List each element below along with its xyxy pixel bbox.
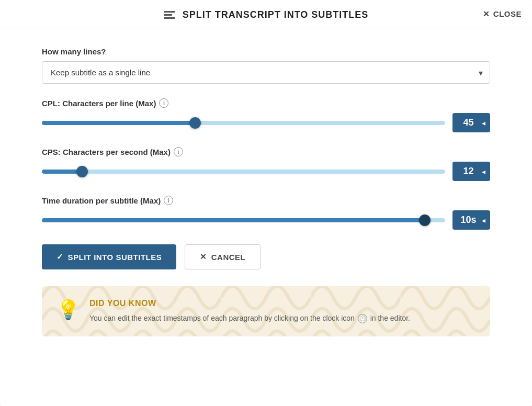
time-value-badge: 10s ◂ (452, 210, 490, 230)
time-slider-container (42, 213, 445, 228)
modal-body: How many lines? Keep subtitle as a singl… (0, 28, 532, 357)
close-button[interactable]: ✕ CLOSE (483, 9, 522, 19)
bulb-icon: 💡 (56, 299, 80, 321)
cpl-value: 45 (458, 117, 479, 128)
how-many-lines-group: How many lines? Keep subtitle as a singl… (42, 47, 490, 84)
split-button-label: SPLIT INTO SUBTITLES (68, 253, 162, 262)
modal-container: SPLIT TRANSCRIPT INTO SUBTITLES ✕ CLOSE … (0, 0, 532, 406)
lines-icon (164, 11, 175, 19)
cps-group: CPS: Characters per second (Max) i 12 ◂ (42, 147, 490, 181)
cpl-info-icon[interactable]: i (159, 98, 168, 108)
action-buttons: ✓ SPLIT INTO SUBTITLES ✕ CANCEL (42, 244, 490, 269)
cancel-button-label: CANCEL (211, 253, 246, 262)
did-you-know-text: You can edit the exact timestamps of eac… (89, 312, 410, 324)
lines-select[interactable]: Keep subtitle as a single line Split int… (42, 61, 490, 84)
split-into-subtitles-button[interactable]: ✓ SPLIT INTO SUBTITLES (42, 244, 176, 269)
cps-value: 12 (458, 166, 479, 177)
cps-value-badge: 12 ◂ (452, 162, 490, 181)
cps-label: CPS: Characters per second (Max) i (42, 147, 490, 156)
close-x-icon: ✕ (483, 9, 490, 19)
cps-slider-row: 12 ◂ (42, 162, 490, 181)
cpl-label: CPL: Characters per line (Max) i (42, 98, 490, 108)
cps-decrement-btn[interactable]: ◂ (480, 168, 487, 175)
how-many-lines-label: How many lines? (42, 47, 490, 56)
checkmark-icon: ✓ (56, 252, 64, 262)
close-label: CLOSE (493, 9, 522, 18)
did-you-know-content: DID YOU KNOW You can edit the exact time… (89, 299, 410, 324)
time-slider-row: 10s ◂ (42, 210, 490, 230)
cps-slider-container (42, 164, 445, 179)
modal-title: SPLIT TRANSCRIPT INTO SUBTITLES (183, 9, 369, 20)
time-value: 10s (458, 215, 479, 225)
cps-info-icon[interactable]: i (174, 147, 183, 156)
time-info-icon[interactable]: i (164, 196, 173, 205)
cpl-group: CPL: Characters per line (Max) i 45 ◂ (42, 98, 490, 132)
time-duration-group: Time duration per subtitle (Max) i 10s ◂ (42, 196, 490, 230)
time-decrement-btn[interactable]: ◂ (480, 217, 487, 224)
cpl-decrement-btn[interactable]: ◂ (480, 119, 487, 127)
did-you-know-banner: 💡 DID YOU KNOW You can edit the exact ti… (42, 286, 490, 336)
cpl-slider-row: 45 ◂ (42, 113, 490, 132)
cpl-value-badge: 45 ◂ (452, 113, 490, 132)
time-duration-label: Time duration per subtitle (Max) i (42, 196, 490, 205)
cpl-slider-container (42, 116, 445, 130)
clock-icon: 🕐 (358, 314, 367, 323)
lines-select-wrapper: Keep subtitle as a single line Split int… (42, 61, 490, 84)
did-you-know-title: DID YOU KNOW (89, 299, 410, 308)
cancel-x-icon: ✕ (200, 252, 207, 262)
did-you-know-text-before: You can edit the exact timestamps of eac… (89, 314, 355, 322)
modal-header: SPLIT TRANSCRIPT INTO SUBTITLES ✕ CLOSE (0, 0, 532, 28)
modal-title-area: SPLIT TRANSCRIPT INTO SUBTITLES (164, 9, 369, 20)
cancel-button[interactable]: ✕ CANCEL (185, 244, 261, 269)
did-you-know-text-after: in the editor. (370, 314, 410, 322)
